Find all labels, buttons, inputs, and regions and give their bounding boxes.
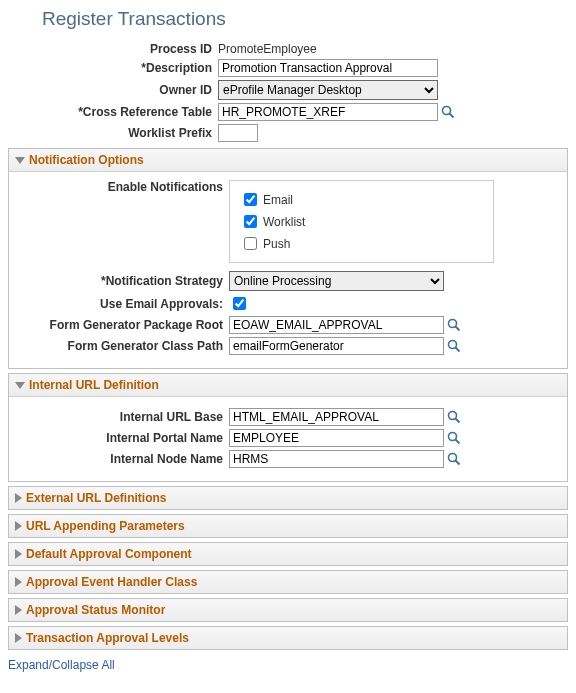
owner-id-label: Owner ID (8, 83, 218, 97)
xref-input[interactable] (218, 103, 438, 121)
section-title: Notification Options (29, 153, 144, 167)
chevron-right-icon (15, 577, 22, 587)
section-default-approval: Default Approval Component (8, 542, 568, 566)
worklist-prefix-label: Worklist Prefix (8, 126, 218, 140)
lookup-icon[interactable] (447, 339, 461, 353)
push-checkbox-label: Push (263, 237, 290, 251)
section-header-status-monitor[interactable]: Approval Status Monitor (9, 599, 567, 621)
top-form: Process ID PromoteEmployee *Description … (8, 42, 568, 142)
chevron-down-icon (15, 157, 25, 164)
xref-label: *Cross Reference Table (8, 105, 218, 119)
section-url-appending: URL Appending Parameters (8, 514, 568, 538)
lookup-icon[interactable] (447, 410, 461, 424)
chevron-down-icon (15, 382, 25, 389)
chevron-right-icon (15, 633, 22, 643)
process-id-label: Process ID (8, 42, 218, 56)
notification-strategy-select[interactable]: Online Processing (229, 271, 444, 291)
expand-collapse-all-link[interactable]: Expand/Collapse All (8, 658, 115, 672)
lookup-icon[interactable] (441, 105, 455, 119)
section-title: Approval Event Handler Class (26, 575, 197, 589)
description-label: *Description (8, 61, 218, 75)
internal-node-name-input[interactable] (229, 450, 444, 468)
process-id-value: PromoteEmployee (218, 42, 317, 56)
use-email-approvals-label: Use Email Approvals: (19, 297, 229, 311)
owner-id-select[interactable]: eProfile Manager Desktop (218, 80, 438, 100)
section-title: Internal URL Definition (29, 378, 159, 392)
section-header-event-handler[interactable]: Approval Event Handler Class (9, 571, 567, 593)
section-title: URL Appending Parameters (26, 519, 185, 533)
enable-notifications-label: Enable Notifications (19, 180, 229, 194)
section-header-approval-levels[interactable]: Transaction Approval Levels (9, 627, 567, 649)
pkg-root-input[interactable] (229, 316, 444, 334)
class-path-label: Form Generator Class Path (19, 339, 229, 353)
worklist-checkbox-label: Worklist (263, 215, 305, 229)
notification-strategy-label: *Notification Strategy (19, 274, 229, 288)
class-path-input[interactable] (229, 337, 444, 355)
email-checkbox-label: Email (263, 193, 293, 207)
section-title: Default Approval Component (26, 547, 192, 561)
worklist-checkbox[interactable] (244, 215, 257, 228)
section-notification-options: Notification Options Enable Notification… (8, 148, 568, 369)
lookup-icon[interactable] (447, 431, 461, 445)
use-email-approvals-checkbox[interactable] (233, 297, 246, 310)
chevron-right-icon (15, 493, 22, 503)
section-internal-url: Internal URL Definition Internal URL Bas… (8, 373, 568, 482)
section-event-handler: Approval Event Handler Class (8, 570, 568, 594)
section-external-url: External URL Definitions (8, 486, 568, 510)
description-input[interactable] (218, 59, 438, 77)
section-title: External URL Definitions (26, 491, 166, 505)
lookup-icon[interactable] (447, 318, 461, 332)
push-checkbox[interactable] (244, 237, 257, 250)
section-title: Approval Status Monitor (26, 603, 165, 617)
section-header-default-approval[interactable]: Default Approval Component (9, 543, 567, 565)
internal-url-base-label: Internal URL Base (19, 410, 229, 424)
chevron-right-icon (15, 605, 22, 615)
section-approval-levels: Transaction Approval Levels (8, 626, 568, 650)
page-title: Register Transactions (42, 8, 568, 30)
section-title: Transaction Approval Levels (26, 631, 189, 645)
section-status-monitor: Approval Status Monitor (8, 598, 568, 622)
section-header-url-appending[interactable]: URL Appending Parameters (9, 515, 567, 537)
chevron-right-icon (15, 521, 22, 531)
section-header-notification[interactable]: Notification Options (9, 149, 567, 172)
section-header-external-url[interactable]: External URL Definitions (9, 487, 567, 509)
email-checkbox[interactable] (244, 193, 257, 206)
internal-node-name-label: Internal Node Name (19, 452, 229, 466)
lookup-icon[interactable] (447, 452, 461, 466)
worklist-prefix-input[interactable] (218, 124, 258, 142)
internal-portal-name-label: Internal Portal Name (19, 431, 229, 445)
internal-url-base-input[interactable] (229, 408, 444, 426)
enable-notifications-group: Email Worklist Push (229, 180, 494, 263)
pkg-root-label: Form Generator Package Root (19, 318, 229, 332)
internal-portal-name-input[interactable] (229, 429, 444, 447)
chevron-right-icon (15, 549, 22, 559)
section-header-internal-url[interactable]: Internal URL Definition (9, 374, 567, 397)
